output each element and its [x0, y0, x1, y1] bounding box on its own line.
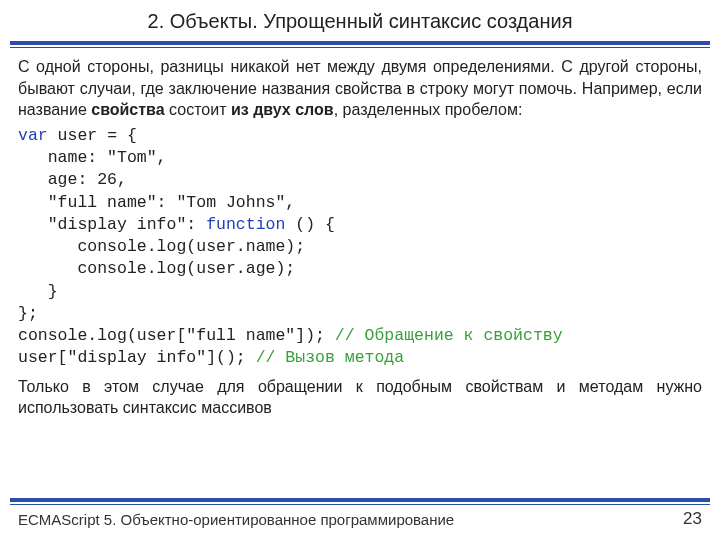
- keyword-function: function: [206, 215, 285, 234]
- code-comment: // Вызов метода: [256, 348, 405, 367]
- slide: 2. Объекты. Упрощенный синтаксис создани…: [0, 0, 720, 540]
- code-text: console.log(user.name);: [18, 237, 305, 256]
- paragraph-1: С одной стороны, разницы никакой нет меж…: [18, 56, 702, 121]
- code-text: name: "Tom",: [18, 148, 167, 167]
- title-block: 2. Объекты. Упрощенный синтаксис создани…: [0, 0, 720, 39]
- code-text: user["display info"]();: [18, 348, 256, 367]
- text: , разделенных пробелом:: [334, 101, 523, 118]
- keyword-var: var: [18, 126, 48, 145]
- code-text: };: [18, 304, 38, 323]
- code-text: console.log(user.age);: [18, 259, 295, 278]
- page-number: 23: [683, 509, 702, 529]
- footer: ECMAScript 5. Объектно-ориентированное п…: [0, 498, 720, 540]
- paragraph-2: Только в этом случае для обращении к под…: [18, 376, 702, 419]
- slide-title: 2. Объекты. Упрощенный синтаксис создани…: [20, 10, 700, 33]
- code-text: age: 26,: [18, 170, 127, 189]
- bold-text: из двух слов: [231, 101, 334, 118]
- code-block: var user = { name: "Tom", age: 26, "full…: [18, 125, 702, 370]
- code-text: console.log(user["full name"]);: [18, 326, 335, 345]
- footer-row: ECMAScript 5. Объектно-ориентированное п…: [0, 505, 720, 529]
- code-comment: // Обращение к свойству: [335, 326, 563, 345]
- code-text: }: [18, 282, 58, 301]
- code-text: () {: [285, 215, 335, 234]
- code-text: "full name": "Tom Johns",: [18, 193, 295, 212]
- content-area: С одной стороны, разницы никакой нет меж…: [0, 48, 720, 540]
- text: состоит: [165, 101, 231, 118]
- code-text: "display info":: [18, 215, 206, 234]
- divider-thick-top: [10, 41, 710, 45]
- divider-thick-bottom: [10, 498, 710, 502]
- footer-text: ECMAScript 5. Объектно-ориентированное п…: [18, 511, 454, 528]
- code-text: user = {: [48, 126, 137, 145]
- bold-text: свойства: [91, 101, 164, 118]
